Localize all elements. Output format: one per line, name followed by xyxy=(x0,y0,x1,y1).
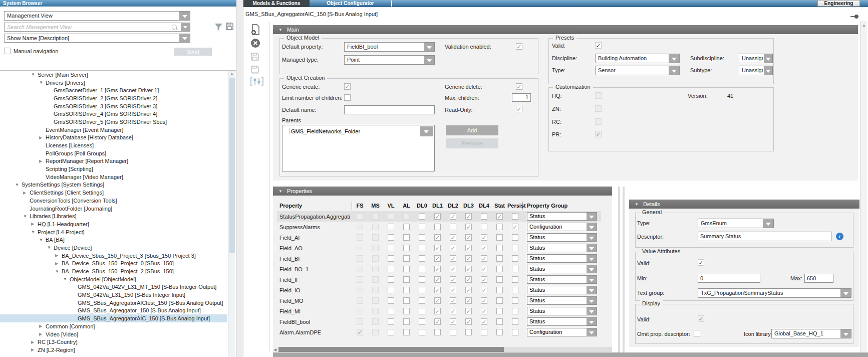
chevron-right-icon[interactable]: ▶ xyxy=(39,159,46,163)
checkbox-dl1[interactable] xyxy=(434,224,441,230)
property-group-dropdown[interactable]: Status xyxy=(527,307,597,315)
checkbox-dl0[interactable] xyxy=(419,308,425,314)
checkbox-al[interactable] xyxy=(403,308,410,314)
checkbox-dl1[interactable] xyxy=(434,276,441,283)
column-header-dl1[interactable]: DL1 xyxy=(430,203,445,209)
checkbox-vl[interactable] xyxy=(388,234,394,241)
tree-item[interactable]: ▼Device [Device] xyxy=(0,244,227,252)
checkbox-dl3[interactable] xyxy=(465,276,472,283)
pin-icon[interactable] xyxy=(850,15,858,19)
property-group-dropdown[interactable]: Status xyxy=(527,244,597,252)
chevron-down-icon[interactable] xyxy=(840,329,851,338)
tree-item[interactable]: ▶BA_Device_SBus_150_Project_0 [SBus_150] xyxy=(0,260,227,268)
checkbox-dl2[interactable] xyxy=(450,308,456,314)
checkbox-al[interactable] xyxy=(403,245,410,251)
manual-navigation-checkbox[interactable] xyxy=(4,48,11,54)
generic-create-checkbox[interactable] xyxy=(344,83,351,90)
checkbox-dl2[interactable] xyxy=(450,276,456,283)
checkbox-al[interactable] xyxy=(403,276,410,283)
tree-item[interactable]: GmsSORISDriver_2 [Gms SORISDriver 2] xyxy=(0,94,227,102)
checkbox-vl[interactable] xyxy=(388,224,394,230)
display-mode-dropdown[interactable]: Show Name [Description] xyxy=(4,34,190,43)
checkbox-dl2[interactable] xyxy=(450,297,456,304)
scroll-up-icon[interactable]: ▲ xyxy=(230,72,234,76)
tree-item[interactable]: JournalingRootFolder [Journaling] xyxy=(0,205,227,213)
delete-icon[interactable] xyxy=(250,38,260,48)
property-row[interactable]: StatusPropagation.AggregatiStatus xyxy=(277,211,601,222)
remove-button[interactable]: Remove xyxy=(446,138,498,148)
save-all-icon[interactable] xyxy=(250,65,259,74)
checkbox-dl3[interactable] xyxy=(465,329,472,335)
chevron-down-icon[interactable] xyxy=(587,328,597,336)
property-group-dropdown[interactable]: Status xyxy=(527,254,597,263)
checkbox-dl2[interactable] xyxy=(450,234,456,241)
chevron-down-icon[interactable]: ▼ xyxy=(278,187,282,196)
checkbox-dl4[interactable] xyxy=(481,287,487,293)
chevron-down-icon[interactable] xyxy=(420,126,433,136)
max-children-field[interactable]: 1 xyxy=(512,93,531,102)
checkbox-dl4[interactable] xyxy=(481,329,487,335)
chevron-down-icon[interactable]: ▼ xyxy=(47,245,54,250)
default-property-dropdown[interactable]: FieldBI_bool xyxy=(344,42,435,52)
property-group-dropdown[interactable]: Status xyxy=(527,317,597,326)
checkbox-stat[interactable] xyxy=(496,245,503,251)
property-row[interactable]: Field_IIStatus xyxy=(277,274,601,285)
property-group-dropdown[interactable]: Status xyxy=(527,212,597,221)
checkbox-persist[interactable] xyxy=(512,245,518,251)
checkbox-stat[interactable] xyxy=(496,213,503,220)
checkbox-persist[interactable] xyxy=(512,255,518,262)
checkbox-persist[interactable] xyxy=(512,329,518,335)
tree-item[interactable]: ▼SystemSettings [System Settings] xyxy=(0,181,227,189)
column-header-vl[interactable]: VL xyxy=(383,203,399,209)
section-header-details[interactable]: ▼Details xyxy=(629,200,859,209)
checkbox-dl2[interactable] xyxy=(450,245,456,251)
max-field[interactable]: 650 xyxy=(804,274,833,283)
column-header-dl3[interactable]: DL3 xyxy=(461,203,476,209)
property-group-dropdown[interactable]: Status xyxy=(527,296,597,305)
tree-item[interactable]: PollGroups [Poll Groups] xyxy=(0,149,227,157)
save-icon[interactable] xyxy=(250,52,259,61)
checkbox-dl1[interactable] xyxy=(434,308,441,314)
chevron-down-icon[interactable]: ▼ xyxy=(31,72,38,77)
chevron-down-icon[interactable] xyxy=(179,34,190,42)
checkbox-dl1[interactable] xyxy=(434,297,441,304)
subdiscipline-dropdown[interactable]: Unassigned xyxy=(739,54,773,63)
panel-splitter[interactable] xyxy=(236,0,243,357)
checkbox-dl1[interactable] xyxy=(434,245,441,251)
tree-item[interactable]: GmsSORISDriver_3 [Gms SORISDriver 3] xyxy=(0,102,227,110)
add-button[interactable]: Add xyxy=(446,125,498,135)
chevron-down-icon[interactable] xyxy=(587,255,597,262)
details-splitter[interactable] xyxy=(618,187,620,352)
tree-item[interactable]: GMS_SBus_Agreggator_150 [S-Bus Analog In… xyxy=(0,307,227,315)
checkbox-dl4[interactable] xyxy=(481,245,487,251)
checkbox-dl4[interactable] xyxy=(481,255,487,262)
checkbox-dl3[interactable] xyxy=(465,234,472,241)
checkbox-dl0[interactable] xyxy=(419,297,425,304)
tree-item[interactable]: ▶HQ [L1-Headquarter] xyxy=(0,220,227,228)
view-selector-dropdown[interactable]: Management View xyxy=(4,11,190,21)
chevron-down-icon[interactable] xyxy=(424,56,434,64)
checkbox-stat[interactable] xyxy=(496,276,503,283)
checkbox-dl0[interactable] xyxy=(419,276,425,283)
column-header-al[interactable]: AL xyxy=(399,203,414,209)
tree-item[interactable]: GmsSORISDriver_5 [Gms SORISDriver Sbus] xyxy=(0,118,227,126)
chevron-down-icon[interactable] xyxy=(587,213,597,220)
checkbox-dl4[interactable] xyxy=(481,266,487,272)
checkbox-al[interactable] xyxy=(403,224,410,230)
tree-item[interactable]: ▼Libraries [Libraries] xyxy=(0,212,227,220)
chevron-down-icon[interactable] xyxy=(587,265,597,273)
chevron-right-icon[interactable]: ▶ xyxy=(23,191,30,195)
vertical-scrollbar[interactable]: ▲ xyxy=(860,21,867,357)
tree-item[interactable]: ▶BA_Device_Sbus_150_Project_3 [Sbus_150 … xyxy=(0,252,227,260)
checkbox-dl4[interactable] xyxy=(481,213,487,220)
send-button[interactable]: Send xyxy=(174,48,212,56)
chevron-right-icon[interactable]: ▶ xyxy=(39,324,46,328)
checkbox-persist[interactable] xyxy=(512,213,518,220)
checkbox-al[interactable] xyxy=(403,287,410,293)
type-dropdown[interactable]: Sensor xyxy=(595,66,680,75)
property-row[interactable]: Field_BIStatus xyxy=(277,253,601,264)
chevron-down-icon[interactable] xyxy=(764,66,772,75)
details-splitter[interactable] xyxy=(623,187,625,352)
checkbox-dl1[interactable] xyxy=(434,318,441,325)
checkbox-vl[interactable] xyxy=(388,255,394,262)
